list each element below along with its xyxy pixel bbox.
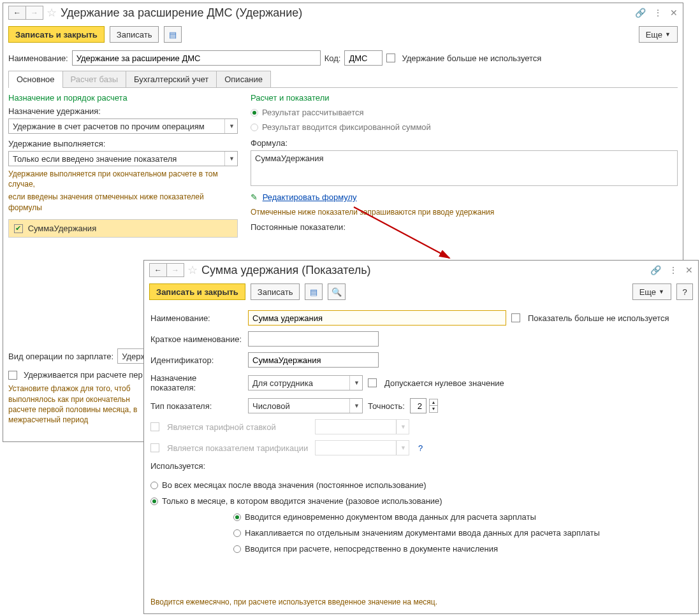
save-and-close-button[interactable]: Записать и закрыть [149, 283, 245, 300]
operation-dropdown[interactable]: Удерж [117, 348, 146, 364]
type-label: Тип показателя: [150, 401, 243, 411]
nav-back-button[interactable]: ← [8, 6, 26, 20]
precision-input[interactable] [410, 398, 427, 413]
titlebar: ← → ☆ Удержание за расширение ДМС (Удерж… [3, 3, 683, 24]
nav-forward-button[interactable]: → [26, 6, 43, 20]
edit-formula-link[interactable]: Редактировать формулу [263, 192, 357, 202]
kebab-icon[interactable]: ⋮ [653, 8, 662, 18]
favorite-icon[interactable]: ☆ [187, 263, 198, 277]
const-label: Постоянные показатели: [251, 222, 678, 232]
more-button[interactable]: Еще▼ [639, 26, 678, 43]
tab-accounting[interactable]: Бухгалтерский учет [126, 71, 217, 87]
radio-fixed [251, 124, 258, 131]
id-input[interactable] [248, 352, 379, 368]
name-label: Наименование: [150, 313, 243, 323]
tab-description[interactable]: Описание [216, 71, 271, 87]
req-note: Отмеченные ниже показатели запрашиваются… [251, 207, 678, 217]
id-label: Идентификатор: [150, 355, 243, 365]
help-icon[interactable]: ? [418, 443, 423, 453]
list-icon-button[interactable]: ▤ [164, 26, 182, 43]
pencil-icon: ✎ [251, 192, 258, 202]
tariff-rate-checkbox [150, 422, 159, 431]
tab-base[interactable]: Расчет базы [62, 71, 127, 87]
toolbar: Записать и закрыть Записать ▤ 🔍 Еще▼ ? [144, 281, 698, 306]
short-name-input[interactable] [248, 331, 379, 347]
sub-radio-accumulate[interactable] [233, 529, 241, 537]
link-icon[interactable]: 🔗 [650, 265, 661, 275]
save-button[interactable]: Записать [251, 283, 300, 300]
tab-main[interactable]: Основное [8, 71, 63, 87]
tabs: Основное Расчет базы Бухгалтерский учет … [8, 71, 678, 88]
exec-note2: если введены значения отмеченных ниже по… [8, 192, 238, 212]
save-and-close-button[interactable]: Записать и закрыть [8, 26, 105, 43]
not-used-checkbox[interactable] [386, 54, 395, 62]
tariff-ind-checkbox [150, 443, 159, 452]
favorite-icon[interactable]: ☆ [47, 6, 57, 20]
not-used-label: Удержание больше не используется [402, 54, 541, 63]
purpose-dropdown[interactable]: Удержание в счет расчетов по прочим опер… [8, 118, 238, 134]
search-icon-button[interactable]: 🔍 [328, 283, 346, 300]
tariff-rate-label: Является тарифной ставкой [167, 422, 310, 432]
purpose-label: Назначение показателя: [150, 373, 243, 392]
sub-radio-direct[interactable] [233, 545, 241, 553]
radio-all-months[interactable] [150, 482, 158, 489]
window-title: Сумма удержания (Показатель) [201, 264, 371, 277]
first-half-label: Удерживается при расчете пер [24, 370, 143, 380]
formula-label: Формула: [251, 138, 678, 148]
close-icon[interactable]: ✕ [685, 265, 693, 275]
name-input[interactable] [72, 50, 321, 66]
code-input[interactable] [344, 50, 383, 66]
window-title: Удержание за расширение ДМС (Удержание) [61, 6, 302, 20]
nav-back-button[interactable]: ← [149, 263, 167, 277]
operation-label: Вид операции по зарплате: [8, 352, 113, 361]
first-half-checkbox[interactable] [8, 371, 17, 380]
more-button[interactable]: Еще▼ [632, 283, 671, 300]
code-label: Код: [324, 54, 341, 63]
not-used-checkbox[interactable] [511, 313, 520, 322]
indicator-item[interactable]: СуммаУдержания [8, 219, 238, 238]
used-label: Используется: [150, 461, 692, 471]
first-half-help: Установите флажок для того, чтоб выполня… [8, 383, 149, 425]
precision-spinner[interactable]: ▲▼ [429, 399, 438, 413]
radio-calc [251, 109, 258, 117]
footer-note: Вводится ежемесячно, при расчете использ… [150, 597, 437, 607]
purpose-dropdown[interactable]: Для сотрудника▼ [248, 375, 363, 390]
radio-single-month[interactable] [150, 498, 158, 505]
zero-checkbox[interactable] [368, 378, 377, 387]
short-name-label: Краткое наименование: [150, 334, 243, 344]
purpose-label: Назначение удержания: [8, 106, 238, 116]
not-used-label: Показатель больше не используется [528, 313, 669, 323]
tariff-ind-dropdown: ▼ [315, 440, 409, 455]
zero-label: Допускается нулевое значение [384, 378, 504, 388]
close-icon[interactable]: ✕ [670, 8, 678, 18]
save-button[interactable]: Записать [110, 26, 159, 43]
help-button[interactable]: ? [676, 283, 693, 300]
toolbar: Записать и закрыть Записать ▤ Еще▼ [3, 24, 683, 49]
list-icon-button[interactable]: ▤ [305, 283, 323, 300]
exec-label: Удержание выполняется: [8, 139, 238, 148]
tariff-rate-dropdown: ▼ [315, 419, 409, 434]
type-dropdown[interactable]: Числовой▼ [248, 398, 363, 413]
indicator-form-window: ← → ☆ Сумма удержания (Показатель) 🔗 ⋮ ✕… [143, 260, 699, 614]
kebab-icon[interactable]: ⋮ [669, 265, 678, 275]
tariff-ind-label: Является показателем тарификации [167, 443, 310, 453]
titlebar: ← → ☆ Сумма удержания (Показатель) 🔗 ⋮ ✕ [144, 261, 698, 281]
exec-note1: Удержание выполняется при окончательном … [8, 169, 238, 189]
section-calc: Расчет и показатели [251, 93, 678, 103]
sub-radio-once[interactable] [233, 513, 241, 521]
nav-forward-button[interactable]: → [166, 263, 184, 277]
name-input[interactable] [248, 310, 506, 326]
precision-label: Точность: [368, 401, 405, 411]
formula-field: СуммаУдержания [251, 150, 678, 186]
section-purpose: Назначение и порядок расчета [8, 93, 238, 103]
name-label: Наименование: [8, 54, 68, 63]
exec-dropdown[interactable]: Только если введено значение показателя▼ [8, 151, 238, 166]
link-icon[interactable]: 🔗 [635, 8, 646, 18]
indicator-checkbox[interactable] [14, 224, 23, 233]
